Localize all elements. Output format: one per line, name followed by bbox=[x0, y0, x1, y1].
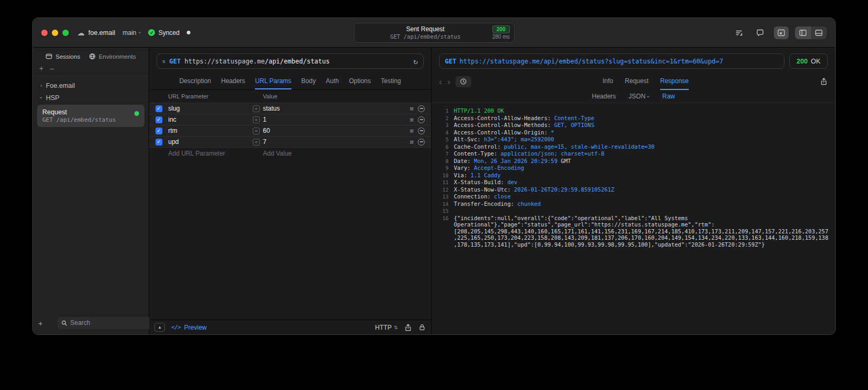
tab-options[interactable]: Options bbox=[349, 73, 371, 89]
tab-sessions[interactable]: Sessions bbox=[45, 53, 80, 60]
check-circle-icon: ✓ bbox=[148, 29, 155, 36]
toggle-left-sidebar-button[interactable] bbox=[795, 26, 811, 39]
param-value[interactable]: 1 bbox=[263, 116, 406, 123]
tab-description[interactable]: Description bbox=[179, 73, 211, 89]
preview-button[interactable]: </> Preview bbox=[171, 324, 207, 331]
param-enabled-checkbox[interactable]: ✓ bbox=[156, 105, 162, 112]
response-tabs: Info Request Response bbox=[471, 73, 820, 90]
close-window-button[interactable] bbox=[41, 30, 48, 36]
request-pane: ⇅ GET https://statuspage.me/api/embed/st… bbox=[149, 48, 432, 334]
protocol-selector[interactable]: HTTP ⇅ bbox=[375, 324, 398, 331]
tab-url-params[interactable]: URL Params bbox=[255, 73, 291, 89]
tab-body[interactable]: Body bbox=[301, 73, 316, 89]
row-menu-icon[interactable]: ≡ bbox=[409, 116, 414, 123]
unsaved-indicator-dot bbox=[187, 31, 190, 34]
line-text: Cache-Control: public, max-age=15, stale… bbox=[454, 143, 654, 151]
add-request-button[interactable]: + bbox=[38, 319, 43, 328]
line-text: Content-Type: application/json; charset=… bbox=[454, 150, 604, 158]
tree-item-request-selected[interactable]: Request GET /api/embed/status bbox=[37, 105, 144, 127]
request-url-field[interactable]: ⇅ GET https://statuspage.me/api/embed/st… bbox=[157, 53, 424, 69]
tab-request[interactable]: Request bbox=[625, 73, 648, 90]
sync-label: Synced bbox=[158, 29, 179, 37]
sort-requests-button[interactable] bbox=[732, 26, 746, 39]
row-menu-icon[interactable]: ≡ bbox=[409, 139, 414, 146]
tab-response[interactable]: Response bbox=[660, 73, 689, 90]
history-back-button[interactable]: ‹ bbox=[439, 77, 442, 86]
tab-environments[interactable]: Environments bbox=[89, 53, 136, 60]
column-value: Value bbox=[253, 93, 431, 99]
minimize-window-button[interactable] bbox=[52, 30, 58, 36]
tab-info[interactable]: Info bbox=[602, 73, 613, 90]
history-button[interactable] bbox=[455, 76, 471, 87]
branch-selector[interactable]: main › bbox=[123, 29, 141, 37]
row-menu-icon[interactable]: ≡ bbox=[409, 105, 414, 112]
response-code: 1HTTP/1.1 200 OK2Access-Control-Allow-He… bbox=[432, 103, 835, 334]
request-item-subtitle: GET /api/embed/status bbox=[42, 116, 139, 124]
tab-headers[interactable]: Headers bbox=[221, 73, 245, 89]
sent-request-summary[interactable]: Sent Request GET /api/embed/status 200 2… bbox=[354, 23, 515, 43]
comment-icon bbox=[756, 29, 764, 37]
search-input[interactable] bbox=[70, 319, 152, 326]
param-enabled-checkbox[interactable]: ✓ bbox=[156, 128, 162, 134]
toggle-bottom-panel-button[interactable] bbox=[811, 26, 827, 39]
response-line: 15 bbox=[435, 207, 829, 215]
history-forward-button[interactable]: › bbox=[447, 77, 451, 86]
subtab-json[interactable]: JSON › bbox=[628, 93, 650, 100]
remove-session-button[interactable]: – bbox=[50, 64, 54, 72]
param-value[interactable]: 60 bbox=[263, 127, 406, 134]
share-request-button[interactable] bbox=[404, 323, 412, 332]
sync-status[interactable]: ✓ Synced bbox=[148, 29, 179, 37]
subtab-headers[interactable]: Headers bbox=[592, 93, 616, 100]
expand-panel-button[interactable]: ▲ bbox=[154, 323, 165, 332]
tab-auth[interactable]: Auth bbox=[326, 73, 339, 89]
project-name: foe.email bbox=[88, 29, 115, 37]
tree-group-foe-email[interactable]: › Foe.email bbox=[36, 79, 145, 92]
sidebar-tabs: Sessions Environments bbox=[33, 48, 149, 63]
toggle-response-panel-button[interactable] bbox=[774, 26, 789, 39]
param-enabled-checkbox[interactable]: ✓ bbox=[156, 139, 162, 146]
line-number: 5 bbox=[435, 136, 449, 143]
line-number: 14 bbox=[435, 201, 449, 208]
method-selector-icon[interactable]: ⇅ bbox=[162, 58, 166, 64]
row-menu-icon[interactable]: ≡ bbox=[409, 128, 414, 134]
tree-group-label: Foe.email bbox=[46, 82, 75, 89]
remove-row-icon[interactable] bbox=[418, 139, 425, 146]
remove-row-icon[interactable] bbox=[418, 105, 425, 112]
response-line: 5Alt-Svc: h3=":443"; ma=2592000 bbox=[435, 136, 829, 143]
params-header: URL Parameter Value bbox=[149, 90, 431, 103]
tree-group-hsp[interactable]: › HSP bbox=[36, 92, 145, 104]
resend-request-icon[interactable]: ↻ bbox=[414, 57, 418, 66]
main-content: Sessions Environments + – › Foe.email › … bbox=[33, 48, 835, 334]
param-name[interactable]: slug bbox=[168, 105, 253, 112]
equals-icon: = bbox=[253, 116, 260, 123]
param-value[interactable]: 7 bbox=[263, 138, 406, 146]
add-value-placeholder[interactable]: Add Value bbox=[253, 150, 431, 157]
equals-icon: = bbox=[253, 139, 260, 146]
remove-row-icon[interactable] bbox=[418, 128, 425, 134]
param-enabled-checkbox[interactable]: ✓ bbox=[156, 116, 162, 123]
line-number: 10 bbox=[435, 172, 449, 179]
share-response-button[interactable] bbox=[820, 77, 828, 86]
param-name[interactable]: inc bbox=[168, 116, 253, 123]
comments-button[interactable] bbox=[753, 26, 768, 39]
response-request-line[interactable]: GET https://statuspage.me/api/embed/stat… bbox=[439, 53, 784, 69]
param-name[interactable]: upd bbox=[168, 138, 253, 146]
line-text: Date: Mon, 26 Jan 2026 20:29:59 GMT bbox=[454, 158, 571, 165]
lock-icon bbox=[418, 323, 426, 331]
param-value[interactable]: status bbox=[263, 105, 406, 112]
add-session-button[interactable]: + bbox=[39, 64, 43, 72]
params-rows: ✓ slug = status ≡ ✓ inc = 1 ≡ ✓ bbox=[149, 103, 431, 148]
lock-button[interactable] bbox=[418, 323, 426, 331]
remove-row-icon[interactable] bbox=[418, 116, 425, 123]
sidebar-search[interactable] bbox=[57, 317, 157, 329]
add-param-placeholder[interactable]: Add URL Parameter bbox=[168, 150, 253, 157]
zoom-window-button[interactable] bbox=[62, 30, 69, 36]
line-number: 7 bbox=[435, 150, 449, 158]
tab-testing[interactable]: Testing bbox=[381, 73, 401, 89]
response-pane: GET https://statuspage.me/api/embed/stat… bbox=[432, 48, 835, 334]
response-url: https://statuspage.me/api/embed/status?s… bbox=[460, 58, 724, 65]
param-name[interactable]: rtm bbox=[168, 127, 253, 134]
project-indicator[interactable]: ☁ foe.email bbox=[77, 29, 115, 37]
subtab-raw[interactable]: Raw bbox=[662, 93, 675, 100]
status-text: OK bbox=[811, 58, 820, 65]
